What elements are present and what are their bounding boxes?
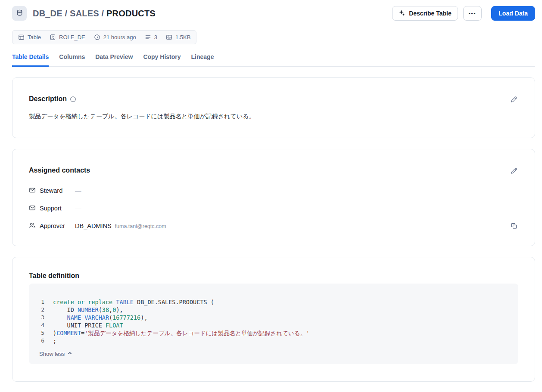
code-line: 6;: [39, 337, 508, 345]
metadata-object-type: Table: [18, 34, 41, 40]
line-number: 4: [39, 321, 44, 329]
load-data-button[interactable]: Load Data: [491, 6, 535, 21]
load-data-label: Load Data: [498, 10, 528, 17]
database-object-icon-box: [12, 6, 27, 21]
approver-email: fuma.tani@reqtc.com: [115, 223, 166, 229]
metadata-row-count-label: 3: [154, 34, 157, 40]
support-label-group: Support: [29, 204, 75, 213]
breadcrumb: DB_DE / SALES / PRODUCTS: [33, 9, 156, 19]
code-line: 5)COMMENT='製品データを格納したテーブル。各レコードには製品名と単価が…: [39, 329, 508, 337]
metadata-row-count: 3: [145, 34, 157, 40]
contact-rows: Steward — Support —: [29, 186, 518, 230]
show-less-label: Show less: [39, 351, 65, 357]
breadcrumb-separator: /: [65, 9, 68, 18]
description-card: Description 製品データを格納したテーブ: [12, 77, 535, 138]
code-line: 2 ID NUMBER(38,0),: [39, 306, 508, 314]
metadata-last-updated-label: 21 hours ago: [103, 34, 136, 40]
metadata-size-label: 1.5KB: [175, 34, 190, 40]
breadcrumb-table: PRODUCTS: [106, 9, 156, 18]
support-label: Support: [40, 205, 62, 212]
rows-icon: [145, 34, 151, 40]
storage-icon: [166, 34, 172, 40]
header-left: DB_DE / SALES / PRODUCTS: [12, 6, 156, 21]
assigned-contacts-card: Assigned contacts: [12, 149, 535, 246]
header-actions: Describe Table ••• Load Data: [392, 6, 535, 21]
metadata-owner-role-label: ROLE_DE: [59, 34, 85, 40]
role-badge-icon: [50, 34, 56, 40]
approver-value-group: DB_ADMINS fuma.tani@reqtc.com: [75, 222, 510, 229]
tab-columns[interactable]: Columns: [59, 51, 85, 67]
definition-card-header: Table definition: [29, 272, 518, 280]
support-value: —: [75, 205, 518, 212]
envelope-icon: [29, 204, 36, 213]
ellipsis-icon: •••: [469, 11, 477, 16]
metadata-owner-role: ROLE_DE: [50, 34, 85, 40]
description-text: 製品データを格納したテーブル。各レコードには製品名と単価が記録されている。: [29, 112, 518, 120]
sql-code-lines: 1create or replace TABLE DB_DE.SALES.PRO…: [39, 298, 508, 345]
edit-contacts-button[interactable]: [510, 167, 518, 175]
describe-table-label: Describe Table: [409, 10, 452, 17]
steward-value: —: [75, 187, 518, 194]
contact-row-steward: Steward —: [29, 186, 518, 195]
clock-icon: [94, 34, 100, 40]
line-number: 3: [39, 314, 44, 321]
line-number: 5: [39, 329, 44, 337]
description-title: Description: [29, 95, 67, 103]
line-number: 6: [39, 337, 44, 345]
contact-row-support: Support —: [29, 204, 518, 213]
steward-label: Steward: [40, 187, 62, 194]
contact-row-approver: Approver DB_ADMINS fuma.tani@reqtc.com: [29, 222, 518, 230]
code-line: 4 UNIT_PRICE FLOAT: [39, 321, 508, 329]
approver-value: DB_ADMINS: [75, 222, 112, 229]
table-definition-card: Table definition 1create or replace TABL…: [12, 257, 535, 382]
code-text: )COMMENT='製品データを格納したテーブル。各レコードには製品名と単価が記…: [53, 329, 309, 337]
code-text: UNIT_PRICE FLOAT: [53, 321, 123, 329]
tab-lineage[interactable]: Lineage: [191, 51, 214, 67]
pencil-icon: [511, 98, 517, 104]
tab-copy-history[interactable]: Copy History: [143, 51, 181, 67]
line-number: 1: [39, 298, 44, 306]
contacts-title: Assigned contacts: [29, 167, 90, 174]
database-icon: [16, 9, 23, 18]
line-number: 2: [39, 306, 44, 314]
describe-table-button[interactable]: Describe Table: [392, 6, 458, 21]
info-icon: [70, 96, 76, 102]
metadata-bar: Table ROLE_DE 21 hours ago: [12, 30, 196, 44]
breadcrumb-separator: /: [102, 9, 104, 18]
copy-approver-button[interactable]: [510, 222, 518, 230]
people-icon: [29, 222, 36, 230]
code-line: 1create or replace TABLE DB_DE.SALES.PRO…: [39, 298, 508, 306]
metadata-object-type-label: Table: [28, 34, 41, 40]
breadcrumb-database[interactable]: DB_DE: [33, 9, 62, 18]
contacts-card-header: Assigned contacts: [29, 167, 518, 175]
code-text: NAME VARCHAR(16777216),: [53, 314, 148, 321]
definition-title: Table definition: [29, 272, 79, 280]
chevron-up-icon: [67, 351, 72, 357]
code-text: ID NUMBER(38,0),: [53, 306, 123, 314]
sql-code-block: 1create or replace TABLE DB_DE.SALES.PRO…: [29, 284, 518, 364]
page-header: DB_DE / SALES / PRODUCTS Describe Table …: [12, 0, 535, 21]
code-text: create or replace TABLE DB_DE.SALES.PROD…: [53, 298, 214, 306]
pencil-icon: [511, 169, 517, 176]
tab-bar: Table Details Columns Data Preview Copy …: [12, 51, 535, 67]
metadata-last-updated: 21 hours ago: [94, 34, 136, 40]
steward-label-group: Steward: [29, 187, 75, 195]
show-less-button[interactable]: Show less: [39, 350, 72, 360]
code-text: ;: [53, 337, 56, 345]
description-title-row: Description: [29, 95, 76, 103]
edit-description-button[interactable]: [510, 95, 518, 104]
more-options-button[interactable]: •••: [463, 6, 482, 21]
tab-data-preview[interactable]: Data Preview: [95, 51, 133, 67]
sparkle-icon: [399, 9, 405, 18]
approver-label-group: Approver: [29, 222, 75, 230]
copy-icon: [511, 224, 517, 231]
code-line: 3 NAME VARCHAR(16777216),: [39, 314, 508, 321]
breadcrumb-schema[interactable]: SALES: [70, 9, 99, 18]
envelope-icon: [29, 187, 36, 195]
tab-table-details[interactable]: Table Details: [12, 51, 49, 67]
metadata-size: 1.5KB: [166, 34, 190, 40]
table-icon: [18, 34, 25, 40]
approver-label: Approver: [40, 222, 65, 229]
description-card-header: Description: [29, 95, 518, 104]
page: DB_DE / SALES / PRODUCTS Describe Table …: [12, 0, 535, 382]
